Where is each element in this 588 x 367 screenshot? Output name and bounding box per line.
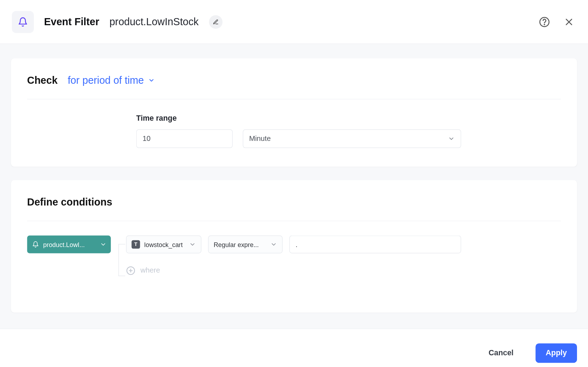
- bell-icon-box: [12, 11, 34, 33]
- chevron-down-icon: [189, 241, 196, 248]
- check-label: Check: [27, 75, 58, 86]
- conditions-card: Define conditions product.LowI... T lows…: [11, 180, 577, 313]
- pencil-icon: [213, 19, 219, 25]
- header: Event Filter product.LowInStock: [0, 0, 588, 44]
- time-range-label: Time range: [136, 114, 561, 122]
- field-select[interactable]: T lowstock_cart: [126, 236, 201, 253]
- operator-select-label: Regular expre...: [214, 241, 259, 248]
- add-where-label: where: [141, 267, 160, 275]
- cancel-button[interactable]: Cancel: [478, 343, 524, 363]
- event-select-label: product.LowI...: [43, 241, 96, 248]
- event-select[interactable]: product.LowI...: [27, 236, 111, 253]
- help-button[interactable]: [539, 16, 550, 27]
- time-range-value-input[interactable]: [136, 130, 233, 148]
- apply-button[interactable]: Apply: [535, 343, 577, 363]
- chevron-down-icon: [270, 241, 277, 248]
- add-where-button[interactable]: where: [126, 266, 561, 275]
- check-period-dropdown[interactable]: for period of time: [68, 75, 155, 86]
- chevron-down-icon: [448, 135, 455, 142]
- time-range-unit-label: Minute: [249, 135, 271, 143]
- filter-name: product.LowInStock: [109, 16, 198, 28]
- help-icon: [539, 16, 550, 27]
- chevron-down-icon: [148, 77, 155, 84]
- time-range-unit-select[interactable]: Minute: [243, 130, 461, 148]
- page-title: Event Filter: [44, 16, 99, 28]
- type-text-badge: T: [132, 240, 140, 249]
- operator-select[interactable]: Regular expre...: [208, 236, 283, 253]
- bell-icon: [32, 241, 39, 248]
- edit-name-button[interactable]: [209, 15, 222, 28]
- close-button[interactable]: [564, 16, 575, 27]
- chevron-down-icon: [100, 241, 107, 248]
- check-period-label: for period of time: [68, 75, 144, 86]
- check-card: Check for period of time Time range Minu…: [11, 58, 577, 166]
- conditions-title: Define conditions: [27, 196, 561, 221]
- value-input[interactable]: [289, 236, 461, 253]
- bell-icon: [18, 17, 28, 27]
- svg-point-1: [544, 24, 545, 25]
- field-select-label: lowstock_cart: [144, 241, 183, 248]
- plus-circle-icon: [126, 266, 135, 275]
- footer: Cancel Apply: [0, 329, 588, 367]
- close-icon: [564, 16, 575, 27]
